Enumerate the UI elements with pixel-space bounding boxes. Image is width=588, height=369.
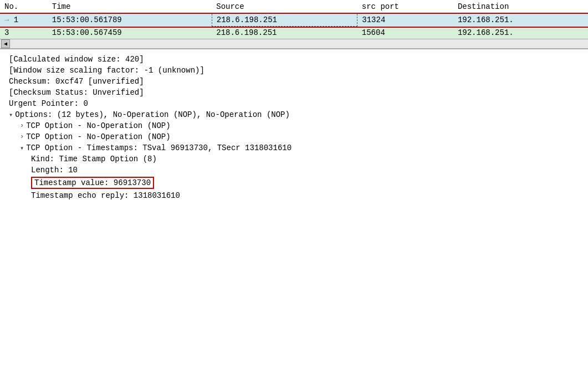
highlighted-value: Timestamp value: 96913730 <box>31 177 154 189</box>
detail-text: Checksum: 0xcf47 [unverified] <box>9 77 144 86</box>
detail-text: [Calculated window size: 420] <box>9 55 144 64</box>
detail-line: Kind: Time Stamp Option (8) <box>9 153 579 165</box>
cell-source: 218.6.198.251 <box>212 14 357 27</box>
detail-line: Urgent Pointer: 0 <box>9 98 579 109</box>
detail-text: TCP Option - Timestamps: TSval 96913730,… <box>26 144 292 152</box>
packet-table: No. Time Source src port Destination → 1… <box>0 0 588 39</box>
detail-line: › TCP Option - No-Operation (NOP) <box>9 131 579 142</box>
detail-text: TCP Option - No-Operation (NOP) <box>26 121 170 130</box>
detail-line: [Window size scaling factor: -1 (unknown… <box>9 65 579 76</box>
col-srcport: src port <box>357 0 453 14</box>
cell-srcport: 31324 <box>357 14 453 27</box>
detail-text: [Checksum Status: Unverified] <box>9 88 144 97</box>
col-source: Source <box>212 0 357 14</box>
collapse-arrow-icon[interactable]: ▾ <box>9 111 13 119</box>
detail-line: ▾ Options: (12 bytes), No-Operation (NOP… <box>9 109 579 120</box>
cell-no: → 1 <box>0 14 48 27</box>
detail-panel: [Calculated window size: 420][Window siz… <box>0 49 588 369</box>
table-row[interactable]: 315:53:00.567459218.6.198.25115604192.16… <box>0 27 588 39</box>
detail-line: › TCP Option - No-Operation (NOP) <box>9 120 579 131</box>
detail-text: TCP Option - No-Operation (NOP) <box>26 132 170 141</box>
cell-source: 218.6.198.251 <box>212 27 357 39</box>
expand-arrow-icon[interactable]: › <box>20 133 24 141</box>
col-destination: Destination <box>453 0 588 14</box>
detail-text: Kind: Time Stamp Option (8) <box>31 155 157 163</box>
col-time: Time <box>48 0 212 14</box>
cell-destination: 192.168.251. <box>453 14 588 27</box>
expand-arrow-icon[interactable]: › <box>20 122 24 130</box>
detail-line: [Checksum Status: Unverified] <box>9 87 579 98</box>
cell-destination: 192.168.251. <box>453 27 588 39</box>
detail-line: Timestamp value: 96913730 <box>9 176 579 190</box>
detail-text: [Window size scaling factor: -1 (unknown… <box>9 66 204 75</box>
row-arrow: → <box>4 16 9 24</box>
detail-text: Urgent Pointer: 0 <box>9 99 88 108</box>
cell-srcport: 15604 <box>357 27 453 39</box>
detail-text: Length: 10 <box>31 166 78 175</box>
detail-line: Length: 10 <box>9 165 579 176</box>
packet-list-section: No. Time Source src port Destination → 1… <box>0 0 588 49</box>
detail-line: [Calculated window size: 420] <box>9 54 579 65</box>
detail-line: Checksum: 0xcf47 [unverified] <box>9 76 579 87</box>
table-row[interactable]: → 115:53:00.561789218.6.198.25131324192.… <box>0 14 588 27</box>
detail-line: ▾ TCP Option - Timestamps: TSval 9691373… <box>9 142 579 153</box>
table-header: No. Time Source src port Destination <box>0 0 588 14</box>
main-layout: No. Time Source src port Destination → 1… <box>0 0 588 369</box>
detail-text: Options: (12 bytes), No-Operation (NOP),… <box>15 110 290 119</box>
detail-text: Timestamp echo reply: 1318031610 <box>31 191 180 200</box>
scroll-left-button[interactable]: ◀ <box>1 39 10 48</box>
cell-no: 3 <box>0 27 48 39</box>
detail-line: Timestamp echo reply: 1318031610 <box>9 190 579 201</box>
cell-time: 15:53:00.561789 <box>48 14 212 27</box>
col-no: No. <box>0 0 48 14</box>
horizontal-scrollbar[interactable]: ◀ <box>0 39 588 49</box>
cell-time: 15:53:00.567459 <box>48 27 212 39</box>
collapse-arrow-icon[interactable]: ▾ <box>20 144 24 152</box>
